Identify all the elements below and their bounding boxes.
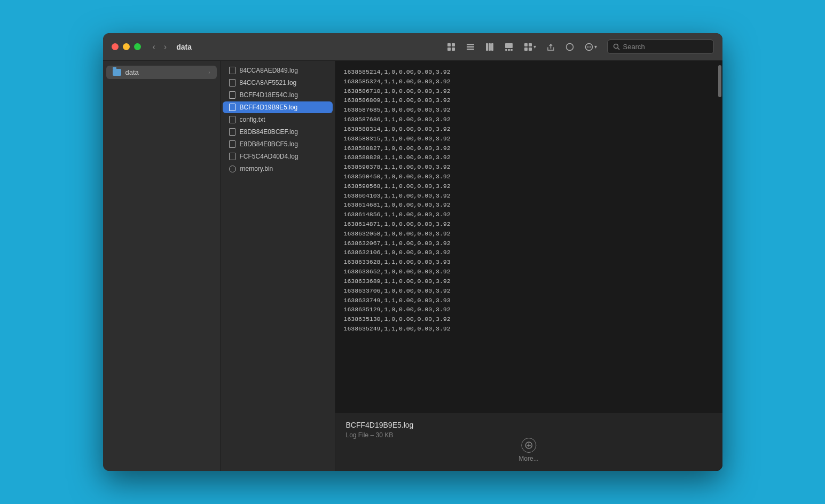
actions-dropdown-arrow: ▾ <box>594 44 597 50</box>
file-icon <box>229 153 235 160</box>
more-label: More... <box>518 455 538 462</box>
svg-rect-2 <box>447 48 451 51</box>
view-gallery-button[interactable] <box>501 40 517 54</box>
close-button[interactable] <box>112 43 119 50</box>
file-name: E8DB84E0BCF5.log <box>240 140 298 148</box>
svg-rect-16 <box>524 48 528 51</box>
finder-window: ‹ › data <box>103 33 722 471</box>
svg-rect-0 <box>447 43 451 46</box>
sidebar-item-label: data <box>125 68 139 76</box>
svg-rect-1 <box>452 43 455 46</box>
titlebar: ‹ › data <box>103 33 722 61</box>
file-name: config.txt <box>240 116 265 123</box>
file-item-memory-bin[interactable]: memory.bin <box>223 163 333 175</box>
file-name: 84CCA8AF5521.log <box>240 79 297 86</box>
back-button[interactable]: ‹ <box>150 40 159 54</box>
file-name: BCFF4D18E54C.log <box>240 91 298 99</box>
toolbar-icons: ▾ ▾ <box>443 40 601 54</box>
svg-rect-15 <box>529 43 532 46</box>
search-bar[interactable]: Search <box>607 40 714 54</box>
file-item[interactable]: E8DB84E0BCF5.log <box>223 138 333 150</box>
file-item-selected[interactable]: BCFF4D19B9E5.log <box>223 101 333 113</box>
svg-rect-7 <box>486 43 488 51</box>
file-bin-icon <box>229 166 236 172</box>
folder-icon <box>113 69 121 76</box>
file-name: BCFF4D19B9E5.log <box>240 104 298 111</box>
sidebar-arrow: › <box>208 69 210 75</box>
forward-button[interactable]: › <box>161 40 170 54</box>
svg-rect-5 <box>467 46 474 48</box>
svg-rect-6 <box>467 49 474 50</box>
tag-button[interactable] <box>562 40 578 54</box>
file-icon <box>229 116 235 123</box>
view-list-button[interactable] <box>462 40 478 54</box>
svg-rect-11 <box>505 49 507 51</box>
window-title: data <box>176 43 192 51</box>
svg-rect-8 <box>489 43 491 51</box>
file-name-label: BCFF4D19B9E5.log <box>346 421 712 429</box>
preview-content[interactable]: 1638585214,1,0,0.00,0.00,3.92 1638585324… <box>335 61 722 413</box>
file-icon <box>229 104 235 111</box>
fullscreen-button[interactable] <box>134 43 141 50</box>
minimize-button[interactable] <box>123 43 130 50</box>
file-name: memory.bin <box>240 165 273 172</box>
file-item[interactable]: 84CCA8AED849.log <box>223 65 333 76</box>
svg-rect-12 <box>508 49 510 51</box>
more-actions-button[interactable]: ▾ <box>581 40 601 54</box>
view-more-button[interactable]: ▾ <box>520 40 540 54</box>
traffic-lights <box>112 43 141 50</box>
sidebar-item-data[interactable]: data › <box>106 66 217 79</box>
file-item[interactable]: E8DB84E0BCEF.log <box>223 126 333 138</box>
file-name: FCF5C4AD40D4.log <box>240 153 298 160</box>
svg-rect-14 <box>524 43 528 46</box>
svg-rect-10 <box>505 43 513 48</box>
scrollbar-thumb[interactable] <box>718 65 721 97</box>
file-item[interactable]: FCF5C4AD40D4.log <box>223 151 333 162</box>
view-grid-button[interactable] <box>443 40 459 54</box>
svg-rect-9 <box>491 43 493 51</box>
main-content: data › 84CCA8AED849.log 84CCA8AF5521.log… <box>103 61 722 471</box>
file-icon <box>229 67 235 74</box>
file-name: 84CCA8AED849.log <box>240 67 298 74</box>
svg-point-19 <box>566 43 573 50</box>
share-button[interactable] <box>543 40 559 54</box>
search-placeholder: Search <box>623 43 645 51</box>
more-circle-icon <box>521 438 536 453</box>
file-icon <box>229 79 235 86</box>
file-list-panel: 84CCA8AED849.log 84CCA8AF5521.log BCFF4D… <box>221 61 335 471</box>
preview-panel: 1638585214,1,0,0.00,0.00,3.92 1638585324… <box>335 61 722 471</box>
svg-rect-4 <box>467 44 474 45</box>
file-item[interactable]: 84CCA8AF5521.log <box>223 77 333 89</box>
view-dropdown-arrow: ▾ <box>533 44 536 50</box>
sidebar: data › <box>103 61 221 471</box>
file-item[interactable]: config.txt <box>223 114 333 125</box>
file-icon <box>229 128 235 136</box>
nav-buttons: ‹ › <box>150 40 170 54</box>
view-columns-button[interactable] <box>482 40 498 54</box>
more-button-area[interactable]: More... <box>518 438 538 462</box>
svg-rect-17 <box>529 48 532 51</box>
file-name: E8DB84E0BCEF.log <box>240 128 298 136</box>
log-content: 1638585214,1,0,0.00,0.00,3.92 1638585324… <box>335 61 722 340</box>
svg-line-25 <box>617 48 619 50</box>
file-icon <box>229 91 235 99</box>
file-item[interactable]: BCFF4D18E54C.log <box>223 89 333 101</box>
svg-rect-13 <box>510 49 513 51</box>
file-icon <box>229 140 235 148</box>
svg-point-24 <box>614 44 618 49</box>
svg-rect-3 <box>452 48 455 51</box>
